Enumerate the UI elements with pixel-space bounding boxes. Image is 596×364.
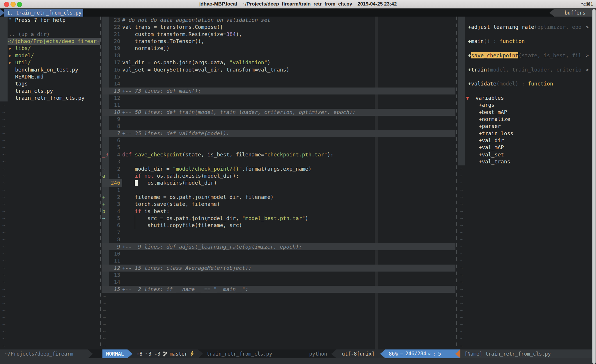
filler-line: ~ — [0, 201, 100, 208]
editor-row[interactable]: +3 torch.save(state, filename) — [102, 201, 455, 208]
fold-collapsed-row[interactable]: 15+-- 2 lines: if __name__ == "__main__"… — [102, 286, 455, 293]
line-number: 5 — [109, 215, 120, 222]
window-separator-right[interactable] — [456, 17, 457, 349]
tilde-marker: ~ — [460, 236, 463, 243]
editor-row[interactable]: 20 transforms.ToTensor(), — [102, 38, 455, 45]
editor-row[interactable]: 6 shutil.copyfile(filename, src) — [102, 222, 455, 229]
line-position: 246/284ʟɴ — [405, 349, 430, 358]
tilde-marker: ~ — [103, 307, 106, 314]
editor-row[interactable]: 23# do not do data augmentation on valid… — [102, 17, 455, 24]
nerdtree-row-file[interactable]: README.md — [0, 73, 100, 80]
filler-line: ~ — [459, 229, 593, 236]
nerdtree-row-dir[interactable]: ▸model/ — [0, 52, 100, 59]
gutter-sign: + — [102, 194, 109, 201]
tagbar-row-tag[interactable]: +adjust_learning_rate(optimizer, epo> — [459, 24, 593, 31]
tagbar-row-tag[interactable]: +train(model, train_loader, criterio> — [459, 66, 593, 73]
fold-collapsed-row[interactable]: 12+-- 15 lines: class AverageMeter(objec… — [102, 265, 455, 272]
editor-row[interactable]: 19 normalize]) — [102, 45, 455, 52]
tagbar-row-var[interactable]: +val_mAP — [459, 144, 593, 151]
editor-row: 12 — [102, 94, 455, 101]
tilde-marker: ~ — [103, 314, 106, 321]
nerdtree-file-name: README.md — [15, 73, 44, 80]
tagbar-tag: +train(model, train_loader, criterio — [468, 66, 581, 73]
code-text: +-- 73 lines: def main(): — [122, 88, 201, 94]
tagbar-row-var[interactable]: +train_loss — [459, 130, 593, 137]
buffers-button[interactable]: buffers — [554, 9, 596, 17]
tilde-marker: ~ — [460, 187, 463, 194]
editor-row[interactable]: 246 os.makedirs(model_dir) — [102, 179, 455, 186]
line-number: 7 — [109, 229, 120, 236]
editor-row[interactable]: ~5 src = os.path.join(model_dir, "model_… — [102, 215, 455, 222]
editor-row[interactable]: b4 if is_best: — [102, 208, 455, 215]
nerdtree-dir-name: model/ — [15, 52, 34, 59]
tab-active[interactable]: 1. train_retr_from_cls.py — [4, 9, 83, 17]
text-cursor — [135, 180, 138, 186]
tilde-marker: ~ — [460, 243, 463, 250]
tilde-marker: ~ — [2, 229, 6, 236]
tilde-marker: ~ — [2, 144, 6, 151]
tagbar-row-var[interactable]: +parser — [459, 123, 593, 130]
tagbar-row-var[interactable]: +val_trans — [459, 158, 593, 165]
nerdtree-row-file[interactable]: benchmark_on_test.py — [0, 66, 100, 73]
nerdtree-dir-name: util/ — [15, 59, 31, 66]
gutter-sign: ~ — [102, 165, 109, 172]
gutter-sign: a — [102, 172, 109, 179]
powerline-arrow-orange-icon — [455, 349, 460, 358]
editor-row: 18 — [102, 52, 455, 59]
editor-row[interactable]: +2 filename = os.path.join(model_dir, fi… — [102, 194, 455, 201]
nerdtree-row-file[interactable]: train_retr_from_cls.py — [0, 94, 100, 101]
editor-row[interactable]: ~2 model_dir = "model/check_point/{}".fo… — [102, 165, 455, 172]
line-number: 246 — [109, 179, 120, 186]
editor-row[interactable]: 16val_set = QuerySet(root=val_dir, trans… — [102, 66, 455, 73]
tagbar-variable: +val_mAP — [479, 144, 504, 151]
tilde-marker: ~ — [103, 300, 106, 307]
filler-line: ~ — [0, 172, 100, 179]
tilde-marker: ~ — [2, 123, 6, 130]
nerdtree-row-dir[interactable]: ▸libs/ — [0, 45, 100, 52]
nerdtree-row-path[interactable]: </jdhao/Projects/deep_firear> — [0, 38, 100, 45]
line-number-glyph: ʟɴ — [426, 352, 430, 356]
tag-kind: + — [468, 38, 471, 44]
tagbar-row-tag[interactable]: +main() : function — [459, 38, 593, 45]
code-text: model_dir = "model/check_point/{}".forma… — [122, 165, 311, 172]
tagbar-row-var[interactable]: +val_dir — [459, 137, 593, 144]
tagbar-row-tag[interactable]: +validate(model) : function — [459, 80, 593, 87]
tagbar-row-var[interactable]: +best_mAP — [459, 109, 593, 116]
gutter-sign: _3 — [102, 151, 109, 158]
fold-collapsed-row[interactable]: 9+-- 9 lines: def adjust_learning_rate(o… — [102, 243, 455, 250]
nerdtree-row-dir[interactable]: ▸util/ — [0, 59, 100, 66]
tagbar-row-header[interactable]: ▼variables — [459, 94, 593, 101]
editor-row[interactable]: _34def save_checkpoint(state, is_best, f… — [102, 151, 455, 158]
nerdtree-row-dim[interactable]: .. (up a dir) — [0, 31, 100, 38]
editor-row[interactable]: a1 if not os.path.exists(model_dir): — [102, 172, 455, 179]
editor-row[interactable]: 17val_dir = os.path.join(args.data, "val… — [102, 59, 455, 66]
powerline-arrow-icon — [380, 349, 385, 358]
filler-line: ~ — [0, 215, 100, 222]
tagbar-row-var[interactable]: +args — [459, 101, 593, 108]
statusline-position-section: 86% ≡ 246/284ʟɴ : 5 — [385, 349, 455, 358]
tilde-marker: ~ — [460, 172, 463, 179]
tagbar-row-var[interactable]: +val_set — [459, 151, 593, 158]
filler-line: ~ — [0, 130, 100, 137]
tilde-marker: ~ — [460, 342, 463, 349]
editor-row[interactable]: 22val_trans = transforms.Compose([ — [102, 24, 455, 31]
editor-row[interactable]: 21 custom_transform.Resize(size=384), — [102, 31, 455, 38]
tagbar-tag: +validate(model) : function — [468, 80, 553, 87]
tagbar-row-var[interactable]: +normalize — [459, 116, 593, 123]
tag-signature: (model, train_loader, criterio — [487, 67, 581, 73]
nerdtree-file-name: train_retr_from_cls.py — [15, 94, 84, 101]
fold-collapsed-row[interactable]: 13+-- 73 lines: def main(): — [102, 88, 455, 94]
tilde-marker: ~ — [460, 201, 463, 208]
filler-line: ~ — [0, 222, 100, 229]
tilde-marker: ~ — [2, 342, 6, 349]
tagbar-row-tag[interactable]: +save_checkpoint(state, is_best, fil> — [459, 52, 593, 59]
nerdtree-row-file[interactable]: train_cls.py — [0, 88, 100, 94]
tilde-marker: ~ — [2, 236, 6, 243]
line-number: 9 — [109, 243, 120, 250]
nerdtree-row-file[interactable]: tags — [0, 80, 100, 87]
scrollbar[interactable] — [592, 9, 596, 364]
fold-collapsed-row[interactable]: 10+-- 50 lines: def train(model, train_l… — [102, 109, 455, 116]
tagbar-tag: +adjust_learning_rate(optimizer, epo — [468, 24, 581, 31]
truncation-marker: > — [586, 66, 589, 73]
fold-collapsed-row[interactable]: 7+-- 35 lines: def validate(model): — [102, 130, 455, 137]
